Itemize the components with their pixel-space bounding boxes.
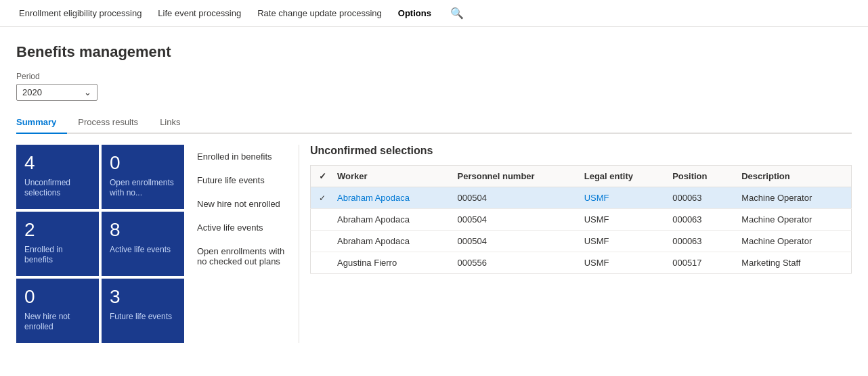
table-header-row: ✓ Worker Personnel number Legal entity P…: [311, 166, 852, 187]
top-navigation: Enrollment eligibility processing Life e…: [0, 0, 868, 27]
period-value: 2020: [22, 87, 42, 97]
table-section-title: Unconfirmed selections: [310, 145, 852, 157]
unconfirmed-selections-table: ✓ Worker Personnel number Legal entity P…: [310, 165, 852, 274]
tile-open-enrollments-number: 0: [110, 153, 176, 174]
row-personnel-number: 000504: [450, 231, 576, 252]
content-area: 4 Unconfirmed selections 0 Open enrollme…: [16, 145, 852, 343]
col-description: Description: [733, 166, 851, 187]
tile-active-life-events[interactable]: 8 Active life events: [102, 212, 184, 276]
sidebar-navigation: Enrolled in benefits Future life events …: [184, 145, 299, 343]
tile-new-hire[interactable]: 0 New hire not enrolled: [16, 279, 99, 343]
row-description: Machine Operator: [733, 187, 851, 209]
tile-future-label: Future life events: [110, 312, 176, 323]
sidebar-item-new-hire-not-enrolled[interactable]: New hire not enrolled: [190, 192, 293, 216]
period-select[interactable]: 2020 ⌄: [16, 84, 97, 101]
row-worker: Agustina Fierro: [329, 252, 450, 274]
row-position: 000517: [664, 252, 733, 274]
row-worker: Abraham Apodaca: [329, 209, 450, 231]
row-check: [311, 209, 330, 231]
table-area: Unconfirmed selections ✓ Worker Personne…: [299, 145, 852, 343]
tab-process-results[interactable]: Process results: [78, 112, 149, 134]
main-content: Benefits management Period 2020 ⌄ Summar…: [0, 27, 868, 376]
row-description: Machine Operator: [733, 231, 851, 252]
tab-summary[interactable]: Summary: [16, 112, 67, 134]
tile-active-number: 8: [110, 220, 176, 241]
tile-open-enrollments-label: Open enrollments with no...: [110, 178, 176, 199]
row-legal-entity[interactable]: USMF: [576, 187, 664, 209]
table-row[interactable]: Abraham Apodaca000504USMF000063Machine O…: [311, 209, 852, 231]
chevron-down-icon: ⌄: [84, 87, 91, 97]
row-description: Machine Operator: [733, 209, 851, 231]
check-icon: ✓: [319, 171, 326, 181]
tile-unconfirmed-number: 4: [24, 153, 91, 174]
row-worker[interactable]: Abraham Apodaca: [329, 187, 450, 209]
nav-options[interactable]: Options: [390, 0, 439, 27]
sidebar-item-open-enrollments[interactable]: Open enrollments with no checked out pla…: [190, 239, 293, 273]
col-worker: Worker: [329, 166, 450, 187]
tile-active-label: Active life events: [110, 245, 176, 256]
table-row[interactable]: Agustina Fierro000556USMF000517Marketing…: [311, 252, 852, 274]
table-row[interactable]: ✓Abraham Apodaca000504USMF000063Machine …: [311, 187, 852, 209]
tile-unconfirmed-label: Unconfirmed selections: [24, 178, 91, 199]
row-legal-entity: USMF: [576, 231, 664, 252]
row-personnel-number: 000504: [450, 209, 576, 231]
tile-new-hire-number: 0: [24, 287, 91, 308]
row-worker: Abraham Apodaca: [329, 231, 450, 252]
tabs-bar: Summary Process results Links: [16, 112, 852, 134]
row-description: Marketing Staff: [733, 252, 851, 274]
nav-life-event[interactable]: Life event processing: [150, 0, 249, 27]
row-legal-entity: USMF: [576, 252, 664, 274]
tile-future-number: 3: [110, 287, 176, 308]
row-check: ✓: [311, 187, 330, 209]
sidebar-item-future-life-events[interactable]: Future life events: [190, 168, 293, 192]
page-title: Benefits management: [16, 43, 852, 61]
nav-enrollment-eligibility[interactable]: Enrollment eligibility processing: [11, 0, 150, 27]
period-label: Period: [16, 72, 852, 81]
tiles-column: 4 Unconfirmed selections 0 Open enrollme…: [16, 145, 184, 343]
col-personnel-number: Personnel number: [450, 166, 576, 187]
row-check: [311, 231, 330, 252]
tile-future-life-events[interactable]: 3 Future life events: [102, 279, 184, 343]
row-legal-entity: USMF: [576, 209, 664, 231]
nav-rate-change[interactable]: Rate change update processing: [249, 0, 390, 27]
sidebar-item-enrolled-in-benefits[interactable]: Enrolled in benefits: [190, 145, 293, 168]
tile-enrolled-in-benefits[interactable]: 2 Enrolled in benefits: [16, 212, 99, 276]
search-icon[interactable]: 🔍: [445, 7, 469, 20]
row-position: 000063: [664, 209, 733, 231]
col-legal-entity: Legal entity: [576, 166, 664, 187]
tile-open-enrollments[interactable]: 0 Open enrollments with no...: [102, 145, 184, 209]
sidebar-item-active-life-events[interactable]: Active life events: [190, 216, 293, 239]
row-personnel-number: 000504: [450, 187, 576, 209]
selected-check-icon: ✓: [319, 193, 326, 203]
row-position: 000063: [664, 231, 733, 252]
tab-links[interactable]: Links: [160, 112, 191, 134]
row-check: [311, 252, 330, 274]
col-check: ✓: [311, 166, 330, 187]
tile-unconfirmed-selections[interactable]: 4 Unconfirmed selections: [16, 145, 99, 209]
tile-enrolled-label: Enrolled in benefits: [24, 245, 91, 266]
row-personnel-number: 000556: [450, 252, 576, 274]
table-row[interactable]: Abraham Apodaca000504USMF000063Machine O…: [311, 231, 852, 252]
tile-enrolled-number: 2: [24, 220, 91, 241]
row-position: 000063: [664, 187, 733, 209]
tile-new-hire-label: New hire not enrolled: [24, 312, 91, 333]
col-position: Position: [664, 166, 733, 187]
